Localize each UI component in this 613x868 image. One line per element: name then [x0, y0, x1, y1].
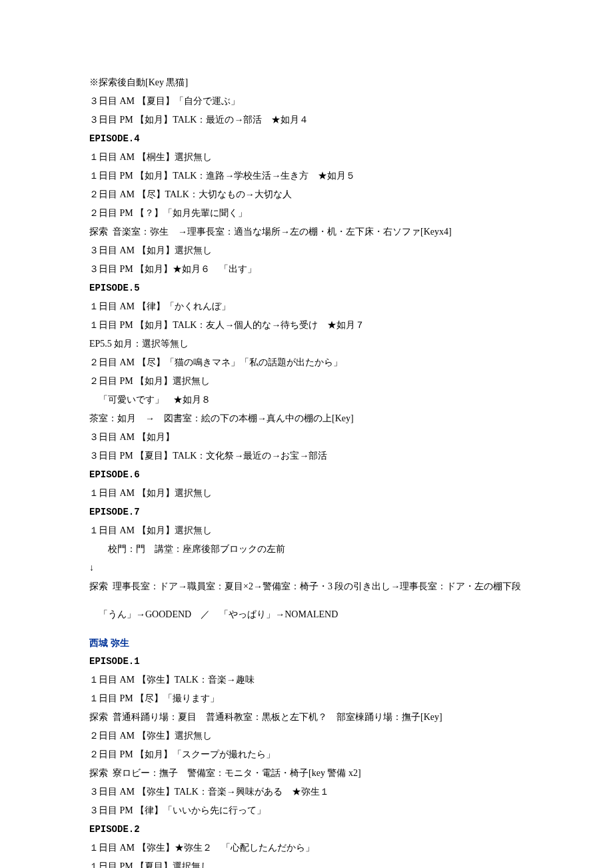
text-line: ２日目 PM 【如月】「スクープが撮れたら」: [89, 745, 526, 764]
text-line: １日目 AM 【弥生】★弥生２ 「心配したんだから」: [89, 839, 526, 857]
text-line: 「可愛いです」 ★如月８: [89, 391, 526, 409]
text-line: ２日目 PM 【？】「如月先輩に聞く」: [89, 204, 526, 223]
text-line: EPISODE.5: [89, 279, 526, 297]
text-line: 校門：門 講堂：座席後部ブロックの左前: [89, 540, 526, 559]
text-line: ３日目 PM 【律】「いいから先に行って」: [89, 801, 526, 820]
text-line: EPISODE.4: [89, 129, 526, 148]
text-line: １日目 AM 【如月】選択無し: [89, 521, 526, 540]
text-line: ↓: [89, 559, 526, 577]
document-body: ※探索後自動[Key 黒猫]３日目 AM 【夏目】「自分で運ぶ」３日目 PM 【…: [89, 73, 526, 868]
text-line: [89, 596, 526, 605]
text-line: ３日目 AM 【弥生】TALK：音楽→興味がある ★弥生１: [89, 783, 526, 801]
text-line: EP5.5 如月：選択等無し: [89, 335, 526, 353]
text-line: ３日目 PM 【如月】TALK：最近の→部活 ★如月４: [89, 111, 526, 129]
text-line: １日目 AM 【律】「かくれんぼ」: [89, 297, 526, 316]
text-line: 西城 弥生: [89, 633, 526, 652]
text-line: 探索 寮ロビー：撫子 警備室：モニタ・電話・椅子[key 警備 x2]: [89, 764, 526, 783]
text-line: ２日目 AM 【尽】「猫の鳴きマネ」「私の話題が出たから」: [89, 353, 526, 372]
text-line: ２日目 AM 【弥生】選択無し: [89, 727, 526, 745]
text-line: EPISODE.1: [89, 652, 526, 671]
text-line: ２日目 PM 【如月】選択無し: [89, 372, 526, 391]
text-line: １日目 AM 【桐生】選択無し: [89, 148, 526, 167]
text-line: ２日目 AM 【尽】TALK：大切なもの→大切な人: [89, 185, 526, 204]
text-line: １日目 PM 【尽】「撮ります」: [89, 689, 526, 708]
text-line: １日目 AM 【如月】選択無し: [89, 484, 526, 503]
text-line: [89, 624, 526, 633]
text-line: 探索 理事長室：ドア→職員室：夏目×2→警備室：椅子・3 段の引き出し→理事長室…: [89, 577, 526, 596]
text-line: ※探索後自動[Key 黒猫]: [89, 73, 526, 92]
text-line: １日目 AM 【弥生】TALK：音楽→趣味: [89, 671, 526, 689]
text-line: EPISODE.6: [89, 465, 526, 484]
text-line: 茶室：如月 → 図書室：絵の下の本棚→真ん中の棚の上[Key]: [89, 409, 526, 428]
text-line: EPISODE.7: [89, 503, 526, 521]
text-line: １日目 PM 【如月】TALK：進路→学校生活→生き方 ★如月５: [89, 167, 526, 185]
text-line: EPISODE.2: [89, 820, 526, 839]
text-line: 探索 音楽室：弥生 →理事長室：適当な場所→左の棚・机・左下床・右ソファ[Key…: [89, 223, 526, 241]
text-line: ３日目 PM 【如月】★如月６ 「出す」: [89, 260, 526, 279]
text-line: 「うん」→GOODEND ／ 「やっぱり」→NOMALEND: [89, 605, 526, 624]
text-line: ３日目 AM 【如月】選択無し: [89, 241, 526, 260]
text-line: ３日目 PM 【夏目】TALK：文化祭→最近の→お宝→部活: [89, 447, 526, 465]
text-line: ３日目 AM 【如月】: [89, 428, 526, 447]
text-line: １日目 PM 【如月】TALK：友人→個人的な→待ち受け ★如月７: [89, 316, 526, 335]
text-line: ３日目 AM 【夏目】「自分で運ぶ」: [89, 92, 526, 111]
text-line: １日目 PM 【夏目】選択無し: [89, 857, 526, 868]
text-line: 探索 普通科踊り場：夏目 普通科教室：黒板と左下机？ 部室棟踊り場：撫子[Key…: [89, 708, 526, 727]
